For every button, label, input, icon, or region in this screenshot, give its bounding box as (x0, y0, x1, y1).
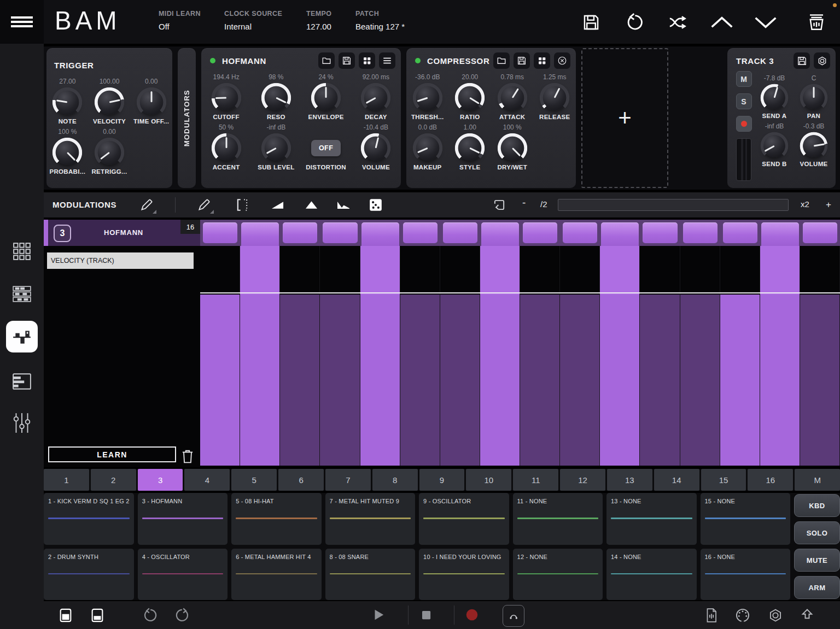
presets-grid-icon[interactable] (359, 52, 375, 69)
dial[interactable] (55, 90, 80, 115)
record-button[interactable] (465, 608, 479, 622)
knob-pan[interactable]: CPAN (794, 74, 833, 119)
step-6[interactable] (400, 220, 440, 246)
dial[interactable] (363, 85, 388, 110)
velocity-bar-6[interactable] (400, 246, 440, 466)
pattern-length-badge[interactable]: 16 (180, 220, 200, 234)
zoom-in-button[interactable]: + (826, 199, 831, 210)
length-div2-button[interactable]: /2 (540, 199, 547, 209)
page-cell-1[interactable]: 1 (44, 469, 89, 491)
folder-icon[interactable] (493, 52, 510, 69)
track-card-2[interactable]: 2 - DRUM SYNTH (44, 549, 134, 601)
dial[interactable] (214, 85, 239, 110)
track-lane-header[interactable]: 3 HOFMANN 16 (44, 220, 200, 246)
dial[interactable] (763, 86, 786, 109)
track-card-3[interactable]: 3 - HOFMANN (138, 493, 228, 545)
knob-dry-wet[interactable]: 100 %DRY/WET (491, 124, 534, 171)
patch-field[interactable]: PATCH Beating 127 * (355, 10, 405, 31)
track-card-12[interactable]: 12 - NONE (513, 549, 603, 601)
retrospective-record-button[interactable] (503, 605, 524, 627)
knob-distortion[interactable]: OFFDISTORTION (301, 124, 351, 171)
velocity-bar-10[interactable] (560, 246, 600, 466)
device-enabled-dot[interactable] (415, 58, 421, 63)
shuffle-icon[interactable] (667, 12, 688, 33)
dial[interactable] (457, 85, 482, 110)
knob-decay[interactable]: 92.00 msDECAY (351, 73, 401, 120)
distortion-toggle[interactable]: OFF (311, 140, 341, 156)
select-range-icon[interactable] (235, 198, 249, 212)
dial[interactable] (264, 136, 289, 161)
dial[interactable] (214, 136, 239, 161)
page-cell-11[interactable]: 11 (513, 469, 558, 491)
dial[interactable] (313, 85, 339, 110)
page-cell-14[interactable]: 14 (654, 469, 699, 491)
velocity-bar-9[interactable] (520, 246, 560, 466)
knob-makeup[interactable]: 0.0 dBMAKEUP (406, 124, 449, 171)
dial[interactable] (763, 134, 786, 157)
dial[interactable] (542, 85, 567, 110)
step-5[interactable] (360, 220, 400, 246)
stop-button[interactable] (419, 608, 433, 622)
dial[interactable] (97, 90, 122, 115)
solo-mode-button[interactable]: SOLO (794, 521, 840, 544)
knob-style[interactable]: 1.00STYLE (449, 124, 492, 171)
save-icon[interactable] (794, 52, 810, 69)
chevron-down-icon[interactable] (752, 12, 779, 33)
track-card-16[interactable]: 16 - NONE (701, 549, 790, 601)
knob-ratio[interactable]: 20.00RATIO (449, 73, 492, 120)
track-card-9[interactable]: 9 - OSCILLATOR (419, 493, 509, 545)
page-cell-10[interactable]: 10 (466, 469, 511, 491)
knob-volume[interactable]: -10.4 dBVOLUME (351, 124, 401, 171)
learn-button[interactable]: LEARN (48, 446, 176, 462)
triangle-shape-icon[interactable] (305, 200, 318, 210)
knob-cutoff[interactable]: 194.4 HzCUTOFF (201, 73, 251, 120)
save-icon[interactable] (581, 12, 602, 33)
undo-icon[interactable] (142, 608, 158, 623)
edit-tool-icon[interactable] (197, 198, 211, 212)
velocity-bar-15[interactable] (760, 246, 800, 466)
velocity-bar-16[interactable] (800, 246, 840, 466)
arm-record-button[interactable] (736, 116, 752, 132)
midi-learn-field[interactable]: MIDI LEARN Off (159, 10, 201, 31)
step-sequencer-view-icon[interactable] (11, 283, 33, 305)
step-13[interactable] (680, 220, 720, 246)
modulators-tab[interactable]: MODULATORS (178, 48, 196, 188)
step-3[interactable] (280, 220, 320, 246)
page-cell-5[interactable]: 5 (231, 469, 277, 491)
velocity-bar-14[interactable] (720, 246, 760, 466)
ramp-up-shape-icon[interactable] (271, 200, 284, 210)
knob-velocity[interactable]: 100.00VELOCITY (89, 78, 131, 125)
knob-time-off[interactable]: 0.00TIME OFF... (130, 78, 172, 125)
tempo-field[interactable]: TEMPO 127.00 (306, 10, 331, 31)
step-2[interactable] (240, 220, 280, 246)
step-11[interactable] (600, 220, 640, 246)
device-enabled-dot[interactable] (210, 58, 215, 63)
play-button[interactable] (371, 608, 386, 622)
audio-export-icon[interactable] (704, 608, 719, 623)
page-cell-3[interactable]: 3 (138, 469, 183, 491)
page-cell-6[interactable]: 6 (278, 469, 324, 491)
track-card-4[interactable]: 4 - OSCILLATOR (138, 549, 228, 601)
layout-editor-icon[interactable] (58, 608, 73, 623)
step-14[interactable] (720, 220, 760, 246)
page-cell-12[interactable]: 12 (560, 469, 605, 491)
dial[interactable] (139, 90, 164, 115)
dial[interactable] (802, 134, 825, 157)
page-cell-8[interactable]: 8 (372, 469, 418, 491)
velocity-bar-13[interactable] (680, 246, 720, 466)
dial[interactable] (500, 136, 525, 161)
page-cell-13[interactable]: 13 (607, 469, 652, 491)
close-icon[interactable] (554, 52, 570, 69)
track-card-13[interactable]: 13 - NONE (606, 493, 696, 545)
knob-release[interactable]: 1.25 msRELEASE (534, 73, 576, 120)
track-card-8[interactable]: 8 - 08 SNARE (325, 549, 415, 601)
lane-parameter-select[interactable]: VELOCITY (TRACK) (47, 252, 194, 269)
track-settings-icon[interactable] (814, 52, 830, 69)
knob-send-b[interactable]: -inf dBSEND B (755, 122, 794, 167)
knob-thresh[interactable]: -36.0 dBTHRESH... (406, 73, 449, 120)
step-8[interactable] (480, 220, 520, 246)
layout-split-icon[interactable] (90, 608, 105, 623)
dial[interactable] (97, 140, 122, 165)
loop-region-icon[interactable] (492, 198, 506, 212)
random-dice-icon[interactable] (369, 198, 383, 212)
